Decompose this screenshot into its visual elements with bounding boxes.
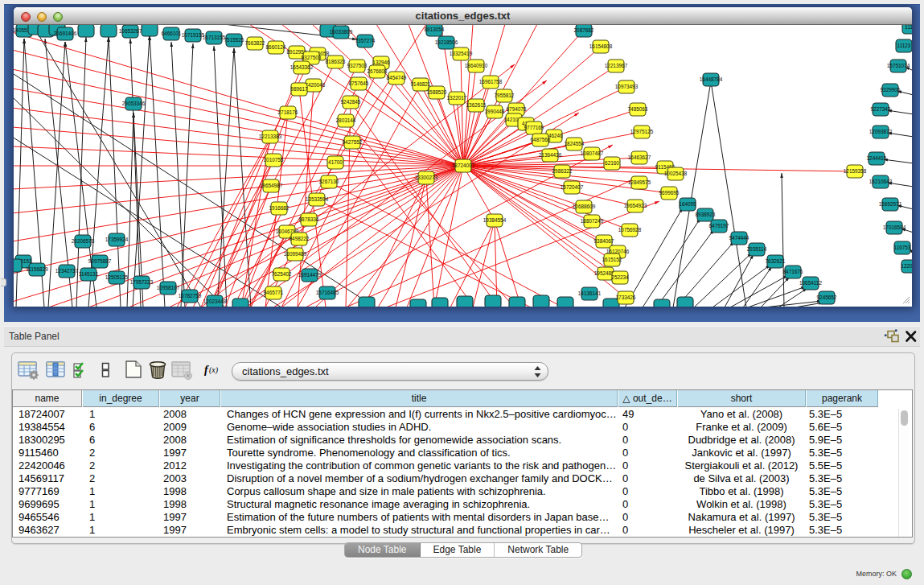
svg-text:9245652: 9245652 [817,295,837,300]
svg-text:12342737: 12342737 [55,268,79,274]
svg-text:132946: 132946 [372,60,390,65]
svg-text:16210643: 16210643 [869,179,893,184]
svg-text:12023448: 12023448 [203,299,227,304]
svg-text:989617: 989617 [290,86,308,92]
svg-text:12159358: 12159358 [844,168,867,174]
svg-text:13533594: 13533594 [306,196,329,202]
svg-text:10653267: 10653267 [119,28,142,34]
svg-text:2718176: 2718176 [278,109,298,115]
svg-text:1916682: 1916682 [269,205,290,211]
svg-text:15720407: 15720407 [561,184,584,190]
svg-text:1010755: 1010755 [264,157,284,163]
svg-text:(x): (x) [209,365,219,375]
svg-text:2935114: 2935114 [747,246,767,252]
svg-text:17957223: 17957223 [130,279,154,285]
svg-text:7485063: 7485063 [628,106,648,112]
svg-text:7663822: 7663822 [245,40,265,46]
svg-text:9498222: 9498222 [290,236,310,241]
svg-text:12213383: 12213383 [259,134,282,139]
svg-text:1824554: 1824554 [565,141,585,146]
svg-text:13325419: 13325419 [450,51,473,56]
svg-text:1244415: 1244415 [867,155,887,161]
svg-text:116753: 116753 [894,245,911,250]
svg-text:17016504: 17016504 [883,225,906,230]
svg-text:10025438: 10025438 [664,171,688,176]
svg-text:29053346: 29053346 [122,101,146,106]
svg-text:18640910: 18640910 [465,63,488,68]
svg-text:9777169: 9777169 [524,125,544,130]
svg-text:7632621: 7632621 [766,258,786,264]
svg-text:20691406: 20691406 [54,31,77,36]
svg-text:1322017: 1322017 [447,95,467,101]
svg-text:11123: 11123 [897,43,911,48]
svg-text:8471676: 8471676 [783,269,803,274]
svg-text:90975887: 90975887 [88,258,112,264]
svg-text:10688609: 10688609 [573,204,596,209]
svg-text:1733426: 1733426 [616,295,636,300]
svg-text:2087682: 2087682 [574,27,594,33]
svg-text:252234: 252234 [611,274,629,280]
svg-text:2676608: 2676608 [368,68,388,74]
svg-text:8757645: 8757645 [349,80,369,86]
svg-text:18724007: 18724007 [452,163,475,168]
svg-text:9329906: 9329906 [881,87,901,93]
svg-text:164095: 164095 [679,201,696,207]
svg-text:9384067: 9384067 [594,238,614,244]
svg-text:12093872: 12093872 [869,129,893,134]
svg-text:7955812: 7955812 [495,93,515,98]
svg-text:122033: 122033 [901,263,912,269]
svg-text:9699695: 9699695 [659,190,680,196]
svg-text:12849575: 12849575 [628,179,651,185]
svg-text:15716485: 15716485 [316,290,339,295]
svg-text:9242845: 9242845 [341,99,361,105]
svg-text:10782759: 10782759 [179,293,202,299]
svg-text:8660124: 8660124 [266,44,286,50]
svg-text:1145131: 1145131 [79,271,99,277]
svg-text:8454749: 8454749 [387,75,407,80]
svg-text:16463627: 16463627 [628,154,651,160]
svg-text:19654923: 19654923 [624,203,647,208]
svg-text:10756928: 10756928 [618,227,642,233]
svg-text:15692971: 15692971 [879,201,902,207]
svg-text:2986322: 2986322 [552,168,573,174]
svg-text:6794078: 6794078 [507,106,527,112]
svg-text:3267130: 3267130 [319,179,339,184]
svg-text:16713155: 16713155 [203,35,226,40]
svg-text:16154808: 16154808 [589,43,613,49]
svg-text:1990448: 1990448 [485,109,505,114]
svg-text:16033809: 16033809 [330,29,353,35]
svg-text:9146821: 9146821 [411,81,431,87]
svg-text:16448784: 16448784 [700,76,723,82]
svg-text:41700: 41700 [328,159,343,165]
svg-text:16961758: 16961758 [479,79,503,84]
svg-text:62160: 62160 [605,160,619,166]
svg-text:10654112: 10654112 [799,280,822,286]
svg-text:12975125: 12975125 [630,129,654,134]
svg-text:19384554: 19384554 [483,217,507,223]
svg-text:19218506: 19218506 [435,39,458,45]
svg-text:17359924: 17359924 [105,237,129,242]
svg-text:9474444: 9474444 [729,235,749,241]
svg-text:10807487: 10807487 [581,150,604,156]
svg-text:16543362: 16543362 [290,64,314,70]
svg-text:8878334: 8878334 [299,216,319,222]
svg-text:8938923: 8938923 [696,212,716,217]
svg-text:9465771: 9465771 [264,290,284,295]
svg-text:12213967: 12213967 [605,63,628,68]
svg-text:7515525: 7515525 [224,37,244,43]
svg-text:1112: 1112 [905,25,912,30]
svg-text:16914479: 16914479 [298,272,322,278]
svg-text:14136141: 14136141 [578,290,602,296]
svg-text:16099489: 16099489 [284,251,307,257]
svg-text:8813054: 8813054 [425,27,445,32]
svg-text:15751074: 15751074 [887,63,910,68]
svg-text:18807249: 18807249 [581,218,604,224]
svg-text:7625402: 7625402 [272,271,292,277]
svg-text:6466101: 6466101 [162,31,182,36]
svg-text:12505135: 12505135 [105,274,129,280]
svg-text:6479197: 6479197 [709,223,729,229]
svg-text:21364436: 21364436 [539,152,562,158]
svg-text:10719155: 10719155 [182,32,205,38]
svg-text:19654987: 19654987 [260,183,283,188]
svg-text:8186323: 8186323 [326,59,346,64]
